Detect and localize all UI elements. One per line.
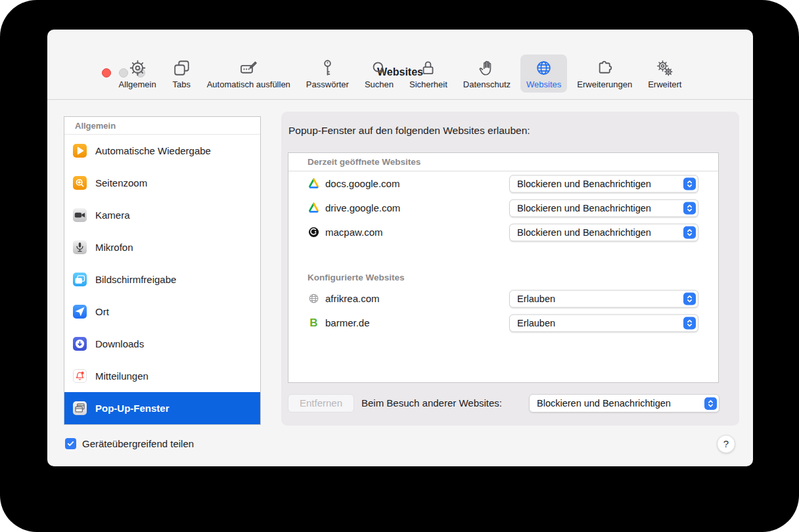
remove-button[interactable]: Entfernen bbox=[288, 394, 354, 412]
websites-list: Derzeit geöffnete Websites docs.google.c… bbox=[288, 152, 719, 383]
select-value: Blockieren und Benachrichtigen bbox=[517, 227, 683, 238]
sidebar-section-header: Allgemein bbox=[64, 117, 260, 135]
page-zoom-icon bbox=[73, 176, 87, 190]
tab-security[interactable]: Sicherheit bbox=[403, 55, 453, 93]
help-button[interactable]: ? bbox=[717, 435, 735, 453]
google-drive-icon bbox=[308, 202, 320, 214]
site-row: docs.google.com Blockieren und Benachric… bbox=[288, 171, 718, 196]
macpaw-icon bbox=[308, 226, 320, 238]
select-value: Erlauben bbox=[517, 294, 683, 304]
group-header-configured-websites: Konfigurierte Websites bbox=[288, 269, 718, 286]
site-row: B barmer.de Erlauben bbox=[288, 311, 718, 335]
tab-label: Datenschutz bbox=[463, 79, 511, 89]
sidebar-item-microphone[interactable]: Mikrofon bbox=[64, 231, 260, 263]
sidebar-item-camera[interactable]: Kamera bbox=[64, 199, 260, 231]
barmer-icon: B bbox=[308, 317, 320, 329]
notifications-icon bbox=[73, 369, 87, 383]
tab-passwords[interactable]: Passwörter bbox=[300, 55, 355, 93]
lock-icon bbox=[419, 58, 438, 78]
tabs-icon bbox=[172, 58, 191, 78]
sidebar-item-label: Automatische Wiedergabe bbox=[95, 145, 211, 156]
popup-policy-select[interactable]: Erlauben bbox=[509, 290, 698, 307]
default-popup-policy-select[interactable]: Blockieren und Benachrichtigen bbox=[529, 394, 719, 412]
tab-label: Erweiterungen bbox=[577, 79, 632, 89]
sidebar-item-notifications[interactable]: Mitteilungen bbox=[64, 360, 260, 392]
popup-policy-select[interactable]: Blockieren und Benachrichtigen bbox=[509, 223, 698, 241]
tab-privacy[interactable]: Datenschutz bbox=[457, 55, 516, 93]
when-visiting-label: Beim Besuch anderer Websites: bbox=[361, 394, 502, 412]
site-domain: macpaw.com bbox=[325, 227, 383, 238]
sidebar-item-screensharing[interactable]: Bildschirmfreigabe bbox=[64, 263, 260, 296]
tab-advanced[interactable]: Erweitert bbox=[642, 55, 687, 93]
gears-icon bbox=[655, 58, 674, 78]
hand-icon bbox=[477, 58, 496, 78]
sidebar-item-label: Downloads bbox=[95, 338, 144, 349]
tab-label: Automatisch ausfüllen bbox=[207, 79, 290, 89]
safari-preferences-window: Websites Allgemein Tabs bbox=[47, 30, 753, 466]
tab-label: Passwörter bbox=[306, 79, 349, 89]
share-checkbox[interactable] bbox=[65, 438, 76, 449]
popup-policy-select[interactable]: Blockieren und Benachrichtigen bbox=[509, 199, 698, 217]
tab-label: Allgemein bbox=[119, 79, 156, 89]
location-icon bbox=[73, 305, 87, 319]
dropdown-arrows-icon bbox=[683, 177, 696, 190]
tab-search[interactable]: Suchen bbox=[359, 55, 400, 93]
puzzle-icon bbox=[595, 58, 614, 78]
gear-icon bbox=[128, 58, 147, 78]
sidebar-item-downloads[interactable]: Downloads bbox=[64, 328, 260, 360]
select-value: Erlauben bbox=[517, 318, 683, 328]
dropdown-arrows-icon bbox=[683, 292, 696, 305]
downloads-icon bbox=[73, 337, 87, 351]
dropdown-arrows-icon bbox=[683, 317, 696, 329]
site-domain: afrikrea.com bbox=[325, 293, 380, 304]
camera-icon bbox=[73, 208, 87, 222]
google-drive-icon bbox=[308, 177, 320, 190]
tab-label: Sicherheit bbox=[409, 79, 447, 89]
popup-policy-select[interactable]: Blockieren und Benachrichtigen bbox=[509, 175, 698, 192]
site-row: afrikrea.com Erlauben bbox=[288, 286, 718, 311]
tab-label: Suchen bbox=[365, 79, 394, 89]
sidebar-item-label: Mitteilungen bbox=[95, 370, 148, 382]
autoplay-icon bbox=[73, 144, 87, 158]
tab-label: Tabs bbox=[172, 79, 190, 89]
sidebar-item-location[interactable]: Ort bbox=[64, 296, 260, 328]
popup-policy-select[interactable]: Erlauben bbox=[509, 314, 698, 332]
tab-extensions[interactable]: Erweiterungen bbox=[571, 55, 638, 93]
screen-sharing-icon bbox=[73, 273, 87, 286]
tab-websites[interactable]: Websites bbox=[520, 55, 567, 93]
sidebar-item-autoplay[interactable]: Automatische Wiedergabe bbox=[64, 135, 260, 167]
sidebar-item-label: Pop-Up-Fenster bbox=[95, 403, 170, 414]
site-row: macpaw.com Blockieren und Benachrichtige… bbox=[288, 220, 718, 244]
sidebar-item-label: Mikrofon bbox=[95, 242, 133, 253]
dropdown-arrows-icon bbox=[704, 397, 717, 410]
tab-label: Erweitert bbox=[648, 79, 681, 89]
globe-favicon bbox=[308, 292, 320, 305]
tab-tabs[interactable]: Tabs bbox=[166, 55, 197, 93]
tab-autofill[interactable]: Automatisch ausfüllen bbox=[201, 55, 296, 93]
share-across-devices-row: Geräteübergreifend teilen bbox=[65, 438, 194, 449]
select-value: Blockieren und Benachrichtigen bbox=[517, 203, 683, 213]
sidebar-item-label: Kamera bbox=[95, 210, 130, 221]
sidebar-item-label: Seitenzoom bbox=[95, 177, 147, 188]
sidebar-item-pagezoom[interactable]: Seitenzoom bbox=[64, 167, 260, 199]
microphone-icon bbox=[73, 240, 87, 254]
select-value: Blockieren und Benachrichtigen bbox=[517, 179, 683, 189]
sidebar-item-label: Bildschirmfreigabe bbox=[95, 274, 176, 285]
sidebar-item-label: Ort bbox=[95, 306, 109, 317]
site-row: drive.google.com Blockieren und Benachri… bbox=[288, 196, 718, 220]
popup-windows-icon bbox=[73, 401, 87, 415]
site-domain: drive.google.com bbox=[325, 202, 400, 213]
dropdown-arrows-icon bbox=[683, 226, 696, 238]
share-checkbox-label: Geräteübergreifend teilen bbox=[82, 438, 194, 449]
tab-allgemein[interactable]: Allgemein bbox=[113, 55, 162, 93]
websites-sidebar: Allgemein Automatische Wiedergabe Seiten… bbox=[64, 116, 261, 425]
panel-heading: Popup-Fenster auf den folgenden Websites… bbox=[288, 125, 530, 137]
key-icon bbox=[318, 58, 337, 78]
search-icon bbox=[369, 58, 388, 78]
titlebar: Websites Allgemein Tabs bbox=[47, 30, 753, 100]
checkmark-icon bbox=[66, 439, 75, 448]
globe-icon bbox=[534, 58, 553, 78]
site-domain: barmer.de bbox=[325, 317, 370, 328]
sidebar-item-popupwindows[interactable]: Pop-Up-Fenster bbox=[64, 392, 260, 424]
site-domain: docs.google.com bbox=[325, 178, 400, 189]
